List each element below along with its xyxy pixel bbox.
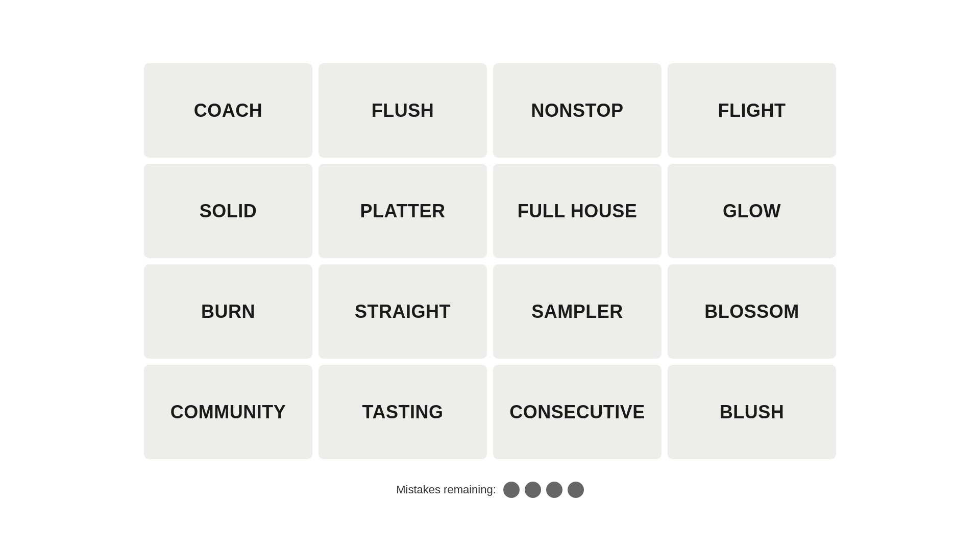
mistakes-row: Mistakes remaining:	[396, 482, 584, 498]
word-card-platter[interactable]: PLATTER	[318, 164, 487, 258]
word-label-sampler: SAMPLER	[531, 301, 623, 322]
word-card-flush[interactable]: FLUSH	[318, 63, 487, 158]
word-label-flight: FLIGHT	[718, 100, 786, 121]
word-label-community: COMMUNITY	[170, 402, 286, 423]
word-card-tasting[interactable]: TASTING	[318, 365, 487, 459]
word-label-straight: STRAIGHT	[355, 301, 451, 322]
mistake-dot-2	[525, 482, 541, 498]
word-label-flush: FLUSH	[372, 100, 434, 121]
mistake-dot-3	[546, 482, 562, 498]
word-card-blush[interactable]: BLUSH	[668, 365, 836, 459]
word-card-consecutive[interactable]: CONSECUTIVE	[493, 365, 662, 459]
word-label-blossom: BLOSSOM	[704, 301, 799, 322]
mistake-dot-4	[568, 482, 584, 498]
word-card-glow[interactable]: GLOW	[668, 164, 836, 258]
word-card-burn[interactable]: BURN	[144, 264, 312, 359]
word-label-full-house: FULL HOUSE	[518, 201, 637, 222]
word-label-blush: BLUSH	[720, 402, 785, 423]
word-card-full-house[interactable]: FULL HOUSE	[493, 164, 662, 258]
word-card-blossom[interactable]: BLOSSOM	[668, 264, 836, 359]
word-card-straight[interactable]: STRAIGHT	[318, 264, 487, 359]
word-label-consecutive: CONSECUTIVE	[509, 402, 645, 423]
word-label-solid: SOLID	[200, 201, 257, 222]
mistakes-dots	[503, 482, 584, 498]
word-card-flight[interactable]: FLIGHT	[668, 63, 836, 158]
word-card-sampler[interactable]: SAMPLER	[493, 264, 662, 359]
word-label-burn: BURN	[201, 301, 255, 322]
word-card-nonstop[interactable]: NONSTOP	[493, 63, 662, 158]
word-card-coach[interactable]: COACH	[144, 63, 312, 158]
word-label-coach: COACH	[194, 100, 263, 121]
word-card-community[interactable]: COMMUNITY	[144, 365, 312, 459]
word-label-glow: GLOW	[723, 201, 781, 222]
mistakes-label: Mistakes remaining:	[396, 483, 496, 496]
word-label-nonstop: NONSTOP	[531, 100, 624, 121]
word-card-solid[interactable]: SOLID	[144, 164, 312, 258]
word-grid: COACHFLUSHNONSTOPFLIGHTSOLIDPLATTERFULL …	[134, 53, 846, 469]
word-label-platter: PLATTER	[360, 201, 446, 222]
word-label-tasting: TASTING	[362, 402, 444, 423]
mistake-dot-1	[503, 482, 520, 498]
